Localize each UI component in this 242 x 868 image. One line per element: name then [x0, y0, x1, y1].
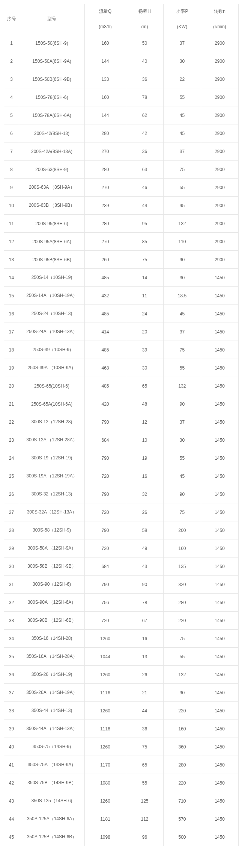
cell-seq: 4	[4, 88, 19, 106]
table-row: 5150S-78A(6SH-6A)14462452900	[4, 106, 239, 124]
cell-seq: 16	[4, 305, 19, 323]
cell-model: 300S-32A（12SH-13A）	[19, 503, 85, 521]
cell-h: 125	[126, 792, 164, 810]
cell-model: 150S-50B(6SH-9B)	[19, 70, 85, 88]
table-row: 3150S-50B(6SH-9B)13336222900	[4, 70, 239, 88]
cell-model: 150S-50(6SH-9)	[19, 34, 85, 52]
cell-n: 2900	[201, 179, 239, 197]
cell-n: 2900	[201, 52, 239, 70]
table-row: 28300S-58（12SH-9)790582001450	[4, 521, 239, 539]
cell-model: 300S-58（12SH-9)	[19, 521, 85, 539]
cell-model: 250S-24（10SH-13)	[19, 305, 85, 323]
cell-h: 96	[126, 828, 164, 846]
cell-n: 2900	[201, 106, 239, 124]
cell-model: 150S-78(6SH-6)	[19, 88, 85, 106]
cell-q: 790	[85, 449, 126, 467]
cell-h: 12	[126, 413, 164, 431]
cell-n: 1450	[201, 431, 239, 449]
cell-h: 21	[126, 684, 164, 702]
cell-q: 1044	[85, 648, 126, 666]
cell-h: 65	[126, 377, 164, 395]
cell-q: 485	[85, 377, 126, 395]
cell-h: 36	[126, 720, 164, 738]
cell-seq: 29	[4, 539, 19, 557]
cell-model: 350S-75A （14SH-9A）	[19, 756, 85, 774]
cell-n: 1450	[201, 720, 239, 738]
cell-model: 300S-58B （12SH-9B）	[19, 557, 85, 576]
cell-model: 300S-58A （12SH-9A）	[19, 539, 85, 557]
cell-seq: 20	[4, 377, 19, 395]
cell-q: 1260	[85, 792, 126, 810]
cell-seq: 31	[4, 576, 19, 594]
cell-seq: 5	[4, 106, 19, 124]
cell-h: 20	[126, 323, 164, 341]
cell-p: 45	[164, 197, 201, 215]
cell-model: 250S-65(10SH-6)	[19, 377, 85, 395]
header-n-label: 转数n	[201, 4, 239, 19]
cell-seq: 6	[4, 124, 19, 142]
cell-q: 756	[85, 594, 126, 612]
cell-h: 62	[126, 106, 164, 124]
table-row: 37350S-26A （14SH-19A）111621901450	[4, 684, 239, 702]
cell-model: 250S-39A （10SH-9A）	[19, 359, 85, 377]
cell-model: 300S-90B （12SH-6B）	[19, 612, 85, 630]
header-h-unit: (m)	[126, 19, 164, 34]
cell-model: 150S-78A(6SH-6A)	[19, 106, 85, 124]
cell-model: 350S-26A （14SH-19A）	[19, 684, 85, 702]
cell-model: 200S-42(8SH-13)	[19, 124, 85, 142]
cell-q: 485	[85, 305, 126, 323]
cell-seq: 13	[4, 251, 19, 269]
cell-seq: 10	[4, 197, 19, 215]
cell-q: 144	[85, 52, 126, 70]
table-row: 1150S-50(6SH-9)16050372900	[4, 34, 239, 52]
cell-seq: 28	[4, 521, 19, 539]
cell-model: 300S-32（12SH-13)	[19, 485, 85, 503]
cell-p: 280	[164, 594, 201, 612]
cell-q: 1116	[85, 720, 126, 738]
cell-seq: 42	[4, 774, 19, 792]
cell-h: 44	[126, 702, 164, 720]
cell-h: 39	[126, 341, 164, 359]
cell-q: 239	[85, 197, 126, 215]
cell-p: 710	[164, 792, 201, 810]
cell-n: 1450	[201, 630, 239, 648]
header-q-unit: (m3/h)	[85, 19, 126, 34]
cell-seq: 26	[4, 485, 19, 503]
cell-seq: 2	[4, 52, 19, 70]
cell-seq: 36	[4, 666, 19, 684]
table-row: 19250S-39A （10SH-9A）46830551450	[4, 359, 239, 377]
table-row: 17250S-24A （10SH-13A）41420371450	[4, 323, 239, 341]
cell-n: 1450	[201, 323, 239, 341]
cell-h: 58	[126, 521, 164, 539]
cell-p: 75	[164, 503, 201, 521]
table-row: 12200S-95A(8SH-6A)270851102900	[4, 233, 239, 251]
cell-q: 280	[85, 215, 126, 233]
table-row: 39350S-44A （14SH-13A）1116361601450	[4, 720, 239, 738]
cell-q: 270	[85, 179, 126, 197]
cell-q: 270	[85, 142, 126, 161]
cell-model: 200S-63(8SH-9)	[19, 161, 85, 179]
cell-model: 250S-39（10SH-9)	[19, 341, 85, 359]
cell-n: 1450	[201, 287, 239, 305]
header-h-label: 扬程H	[126, 4, 164, 19]
table-row: 40350S-75（14SH-9)1260753601450	[4, 738, 239, 756]
cell-p: 37	[164, 413, 201, 431]
cell-n: 2900	[201, 142, 239, 161]
cell-model: 150S-50A(6SH-9A)	[19, 52, 85, 70]
cell-seq: 30	[4, 557, 19, 576]
cell-model: 350S-44A （14SH-13A）	[19, 720, 85, 738]
table-row: 7200S-42A(8SH-13A)27036372900	[4, 142, 239, 161]
cell-n: 1450	[201, 702, 239, 720]
cell-q: 720	[85, 503, 126, 521]
cell-seq: 15	[4, 287, 19, 305]
cell-p: 500	[164, 828, 201, 846]
cell-n: 1450	[201, 449, 239, 467]
cell-n: 2900	[201, 197, 239, 215]
cell-n: 1450	[201, 539, 239, 557]
cell-h: 13	[126, 648, 164, 666]
table-row: 32300S-90A （12SH-6A）756782801450	[4, 594, 239, 612]
cell-h: 26	[126, 666, 164, 684]
cell-n: 1450	[201, 648, 239, 666]
cell-p: 132	[164, 215, 201, 233]
table-row: 30300S-58B （12SH-9B）684431351450	[4, 557, 239, 576]
